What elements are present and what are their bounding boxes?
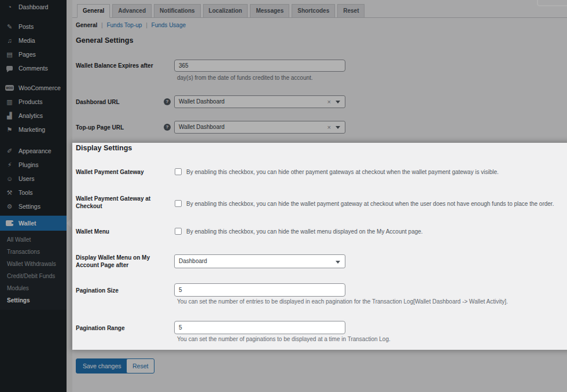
dashboard-url-selected-value: Wallet Dashboard	[179, 98, 224, 105]
help-icon[interactable]	[164, 124, 171, 131]
sidebar-item-tools[interactable]: Tools	[0, 186, 67, 199]
pagination-size-input[interactable]	[174, 283, 345, 297]
wordpress-admin-page: Dashboard Posts Media Pages Comments Woo…	[0, 0, 567, 392]
sidebar-subitem-settings[interactable]: Settings	[0, 294, 67, 306]
sidebar-subitem-credit-debit-funds[interactable]: Credit/Debit Funds	[0, 270, 67, 282]
pagination-range-desc: You can set the number of paginations to…	[177, 336, 391, 342]
chevron-down-icon	[336, 126, 340, 129]
topup-page-url-select[interactable]: Wallet Dashboard	[174, 121, 345, 134]
current-menu-arrow	[67, 219, 71, 228]
wallet-payment-gateway-checkbox[interactable]	[175, 168, 182, 175]
help-icon[interactable]	[164, 98, 171, 105]
posts-icon	[5, 24, 14, 30]
wallet-payment-gateway-label: Wallet Payment Gateway	[76, 168, 164, 176]
clear-selection-icon[interactable]	[327, 96, 331, 108]
sidebar-subitem-transactions[interactable]: Transactions	[0, 246, 67, 258]
wallet-balance-expires-label: Wallet Balance Expires after	[76, 62, 164, 69]
sidebar-item-analytics[interactable]: Analytics	[0, 109, 67, 123]
tab-localization[interactable]: Localization	[203, 4, 248, 18]
sidebar-item-label: Users	[19, 175, 34, 182]
sidebar-item-label: Products	[19, 98, 42, 105]
wallet-balance-expires-desc: day(s) from the date of funds credited t…	[177, 75, 313, 81]
dashboard-url-select[interactable]: Wallet Dashboard	[174, 95, 345, 108]
sidebar-item-plugins[interactable]: Plugins	[0, 158, 67, 172]
sidebar-item-label: Marketing	[19, 126, 45, 133]
dashboard-url-label: Dashborad URL	[76, 98, 164, 106]
tab-messages[interactable]: Messages	[250, 4, 289, 18]
sidebar-item-label: Tools	[19, 189, 33, 196]
sidebar-item-appearance[interactable]: Appearance	[0, 144, 67, 158]
pagination-range-input[interactable]	[174, 321, 345, 334]
sidebar-item-wallet[interactable]: Wallet	[0, 216, 67, 231]
wallet-payment-gateway-checkout-checkbox[interactable]	[175, 200, 182, 207]
help-tab-corner	[537, 0, 567, 6]
admin-sidebar: Dashboard Posts Media Pages Comments Woo…	[0, 0, 67, 392]
subnav-funds-top-up[interactable]: Funds Top-up	[106, 22, 142, 28]
sidebar-item-dashboard[interactable]: Dashboard	[0, 0, 67, 14]
subnav-separator: |	[146, 22, 148, 28]
sidebar-item-pages[interactable]: Pages	[0, 47, 67, 61]
tab-advanced[interactable]: Advanced	[112, 4, 152, 18]
clear-selection-icon[interactable]	[327, 121, 331, 133]
chevron-down-icon	[336, 261, 340, 264]
woocommerce-icon	[5, 85, 14, 91]
tab-reset[interactable]: Reset	[337, 4, 365, 18]
sidebar-item-label: Analytics	[19, 112, 43, 119]
subnav-general[interactable]: General	[76, 22, 97, 28]
display-wallet-menu-after-label: Display Wallet Menu on My Account Page a…	[76, 254, 164, 269]
tab-notifications[interactable]: Notifications	[154, 4, 201, 18]
comment-bubble-icon	[5, 66, 14, 71]
display-wallet-menu-after-select[interactable]: Dashboard	[174, 254, 345, 268]
pages-icon	[5, 51, 14, 58]
sidebar-item-users[interactable]: Users	[0, 172, 67, 186]
dashboard-icon	[5, 4, 14, 10]
sidebar-item-products[interactable]: Products	[0, 95, 67, 109]
sidebar-item-label: Settings	[19, 203, 41, 210]
sidebar-item-label: Appearance	[19, 147, 51, 154]
sub-section-nav: General | Funds Top-up | Funds Usage	[76, 22, 186, 28]
sidebar-subitem-wallet-withdrawals[interactable]: Wallet Withdrawals	[0, 258, 67, 270]
reset-button[interactable]: Reset	[126, 358, 154, 373]
wallet-balance-expires-input[interactable]	[174, 60, 345, 72]
media-icon	[5, 38, 14, 44]
subnav-funds-usage[interactable]: Funds Usage	[152, 22, 186, 28]
sidebar-subitem-all-wallet[interactable]: All Wallet	[0, 234, 67, 246]
settings-gear-icon	[5, 204, 14, 210]
analytics-bars-icon	[5, 113, 14, 119]
sidebar-item-label: Media	[19, 37, 35, 44]
sidebar-content-divider	[67, 0, 72, 392]
sidebar-item-label: Dashboard	[19, 3, 48, 10]
topup-page-url-label: Top-up Page URL	[76, 124, 164, 131]
sidebar-item-media[interactable]: Media	[0, 34, 67, 47]
sidebar-item-marketing[interactable]: Marketing	[0, 123, 67, 136]
pagination-size-desc: You can set the number of entries to be …	[177, 298, 508, 305]
chevron-down-icon	[336, 101, 340, 103]
plugins-icon	[5, 162, 14, 168]
wallet-menu-label: Wallet Menu	[76, 228, 164, 235]
marketing-icon	[5, 127, 14, 133]
wallet-icon	[5, 220, 14, 226]
tab-general[interactable]: General	[77, 4, 110, 18]
sidebar-item-posts[interactable]: Posts	[0, 20, 67, 34]
display-wallet-menu-after-value: Dashboard	[179, 258, 207, 264]
wallet-menu-checkbox[interactable]	[175, 228, 182, 235]
display-settings-heading: Display Settings	[76, 144, 132, 152]
general-settings-heading: General Settings	[76, 36, 133, 45]
wallet-payment-gateway-checkout-label: Wallet Payment Gateway at Checkout	[76, 195, 164, 210]
tab-shortcodes[interactable]: Shortcodes	[292, 4, 335, 18]
sidebar-item-label: Wallet	[19, 220, 36, 227]
save-changes-button[interactable]: Save changes	[76, 358, 128, 373]
tools-icon	[5, 190, 14, 196]
subnav-separator: |	[101, 22, 103, 28]
sidebar-item-comments[interactable]: Comments	[0, 61, 67, 75]
sidebar-item-label: Comments	[19, 65, 48, 72]
sidebar-item-woocommerce[interactable]: WooCommerce	[0, 81, 67, 95]
sidebar-subitem-modules[interactable]: Modules	[0, 282, 67, 294]
sidebar-item-settings[interactable]: Settings	[0, 199, 67, 213]
sidebar-item-label: Posts	[19, 23, 34, 30]
wallet-payment-gateway-checkout-desc: By enabling this checkbox, you can hide …	[186, 201, 554, 207]
users-icon	[5, 176, 14, 182]
topup-page-url-selected-value: Wallet Dashboard	[179, 124, 224, 130]
products-icon	[5, 99, 14, 105]
settings-tab-bar: General Advanced Notifications Localizat…	[77, 4, 367, 18]
